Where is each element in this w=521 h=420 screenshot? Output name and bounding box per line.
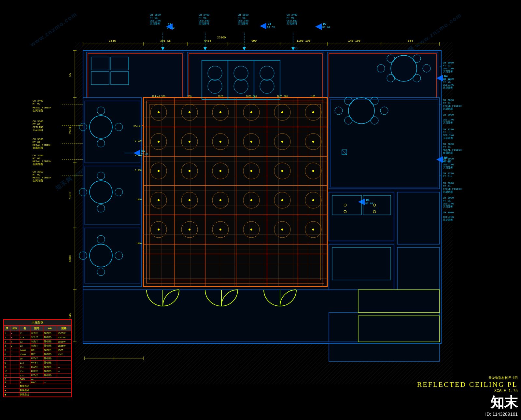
svg-text:石材饰面: 石材饰面 bbox=[443, 190, 453, 193]
svg-text:DT.84: DT.84 bbox=[365, 202, 373, 205]
list-item: 2●L1a白光灯显/发热15/65W bbox=[4, 335, 71, 340]
list-item: 7L6LED灯显/发热— bbox=[4, 357, 71, 361]
svg-text:CH 2940: CH 2940 bbox=[443, 182, 454, 185]
legend-title: 天花图例 bbox=[4, 319, 71, 326]
svg-text:DT.02: DT.02 bbox=[167, 26, 175, 29]
list-item: SS&O— bbox=[4, 378, 71, 381]
svg-text:MT 01: MT 01 bbox=[443, 160, 451, 163]
svg-text:560: 560 bbox=[188, 95, 192, 98]
svg-text:23100: 23100 bbox=[217, 36, 226, 39]
svg-point-78 bbox=[312, 199, 314, 201]
list-item: ■数量描述 bbox=[4, 388, 71, 393]
legend-header-3: 名 bbox=[19, 326, 30, 331]
svg-text:1020: 1020 bbox=[136, 198, 142, 201]
svg-text:石材饰面: 石材饰面 bbox=[443, 107, 453, 110]
svg-text:CH 3600: CH 3600 bbox=[33, 120, 44, 123]
svg-text:天花涂料: 天花涂料 bbox=[443, 205, 453, 208]
svg-text:CEILING: CEILING bbox=[443, 67, 454, 70]
svg-point-71 bbox=[281, 170, 283, 172]
svg-text:CH 3000: CH 3000 bbox=[443, 143, 454, 146]
svg-text:D5: D5 bbox=[366, 199, 370, 202]
svg-text:CH 3200: CH 3200 bbox=[443, 172, 454, 175]
svg-text:684: 684 bbox=[408, 39, 413, 43]
svg-point-64 bbox=[250, 141, 252, 143]
svg-rect-302 bbox=[358, 290, 440, 313]
svg-text:PT 01: PT 01 bbox=[443, 64, 451, 67]
svg-text:PT 01: PT 01 bbox=[443, 146, 451, 148]
svg-text:天花涂料: 天花涂料 bbox=[33, 129, 43, 132]
svg-text:CEILING: CEILING bbox=[199, 19, 210, 22]
scale-label: SCALE 1:75 bbox=[417, 389, 518, 393]
svg-text:天花涂料: 天花涂料 bbox=[238, 22, 248, 25]
svg-text:D1: D1 bbox=[141, 149, 145, 153]
svg-text:STONE FINISH: STONE FINISH bbox=[443, 105, 462, 107]
svg-point-77 bbox=[281, 199, 283, 201]
svg-text:5 500: 5 500 bbox=[135, 140, 142, 142]
svg-point-75 bbox=[219, 199, 221, 201]
list-item: 10L1cLED灯显/发热— bbox=[4, 369, 71, 373]
legend-header-5: AA bbox=[43, 326, 57, 331]
svg-text:CEILING: CEILING bbox=[443, 202, 454, 205]
svg-text:5 500: 5 500 bbox=[135, 169, 142, 172]
svg-text:MT 02: MT 02 bbox=[33, 102, 40, 105]
svg-text:CEILING: CEILING bbox=[33, 126, 44, 129]
legend-header-4: 型号 bbox=[30, 326, 43, 331]
svg-text:PT 01: PT 01 bbox=[443, 199, 451, 202]
svg-point-58 bbox=[250, 111, 252, 113]
svg-text:CH 3000: CH 3000 bbox=[443, 113, 454, 116]
svg-point-66 bbox=[312, 141, 314, 143]
svg-text:1020: 1020 bbox=[136, 242, 142, 245]
svg-text:CH 3000: CH 3000 bbox=[443, 61, 454, 64]
svg-point-56 bbox=[189, 111, 190, 113]
svg-text:METAL FINISH: METAL FINISH bbox=[33, 160, 51, 163]
svg-text:天花涂料: 天花涂料 bbox=[443, 70, 453, 73]
legend-table: 序 BW 名 型号 AA 规格 1●L1白光灯显/发热15/65W 2●L1a白… bbox=[4, 326, 71, 397]
svg-text:CEILING: CEILING bbox=[443, 83, 454, 86]
document-id: ID: 1143289161 bbox=[417, 412, 518, 417]
svg-point-79 bbox=[158, 229, 160, 231]
svg-text:5 500: 5 500 bbox=[135, 154, 142, 157]
svg-text:天花涂料: 天花涂料 bbox=[443, 166, 453, 169]
svg-rect-303 bbox=[358, 316, 440, 342]
reflected-ceiling-title: REFLECTED CEILING PL bbox=[417, 380, 518, 389]
svg-point-80 bbox=[189, 229, 190, 231]
svg-text:MT 02: MT 02 bbox=[33, 157, 40, 160]
svg-rect-139 bbox=[329, 343, 440, 361]
svg-text:D7: D7 bbox=[323, 22, 327, 26]
svg-point-84 bbox=[312, 229, 314, 231]
brand-logo: 知末 bbox=[417, 393, 518, 412]
list-item: RRMAO— bbox=[4, 381, 71, 384]
svg-text:METAL FINISH: METAL FINISH bbox=[33, 106, 51, 109]
svg-text:945: 945 bbox=[69, 313, 72, 318]
svg-point-57 bbox=[219, 111, 221, 113]
svg-text:1300: 1300 bbox=[69, 255, 72, 262]
svg-text:CH 3020: CH 3020 bbox=[443, 157, 454, 160]
svg-text:天花涂料: 天花涂料 bbox=[443, 218, 453, 221]
svg-text:CH 3650: CH 3650 bbox=[33, 154, 44, 157]
svg-text:金属饰面: 金属饰面 bbox=[33, 179, 43, 182]
list-item: 6○L5/40筒灯显/发热16/65 bbox=[4, 352, 71, 357]
svg-text:CEILING: CEILING bbox=[443, 134, 454, 137]
list-item: 11L1cLED灯显/发热— bbox=[4, 373, 71, 378]
floor-plan-svg: G335 305 SS 6468 990 1100 100 1NS 100 68… bbox=[0, 0, 521, 420]
svg-point-68 bbox=[189, 170, 190, 172]
svg-text:天花涂料: 天花涂料 bbox=[443, 86, 453, 89]
legend-header-1: 序 bbox=[4, 326, 10, 331]
svg-text:1NS 100: 1NS 100 bbox=[348, 39, 360, 43]
list-item: 3●L2白光灯显/发热15/65W bbox=[4, 340, 71, 344]
svg-text:CH 3850: CH 3850 bbox=[33, 170, 44, 173]
svg-text:DT.01: DT.01 bbox=[141, 153, 148, 156]
svg-text:CEILING: CEILING bbox=[287, 19, 298, 22]
svg-text:55: 55 bbox=[69, 73, 72, 77]
svg-text:PT 01: PT 01 bbox=[287, 16, 294, 19]
svg-text:金属饰面: 金属饰面 bbox=[33, 163, 43, 166]
svg-text:104.41 500: 104.41 500 bbox=[152, 95, 165, 98]
svg-point-73 bbox=[158, 199, 160, 201]
svg-text:天花涂料: 天花涂料 bbox=[443, 121, 453, 124]
legend-header-6: 规格 bbox=[57, 326, 71, 331]
branding-panel: 天花造型材料尺寸图 REFLECTED CEILING PL SCALE 1:7… bbox=[417, 376, 518, 417]
svg-marker-198 bbox=[315, 23, 322, 30]
svg-text:305 SS: 305 SS bbox=[160, 39, 171, 43]
svg-text:金属饰面: 金属饰面 bbox=[33, 109, 43, 112]
svg-text:1300: 1300 bbox=[69, 192, 72, 199]
